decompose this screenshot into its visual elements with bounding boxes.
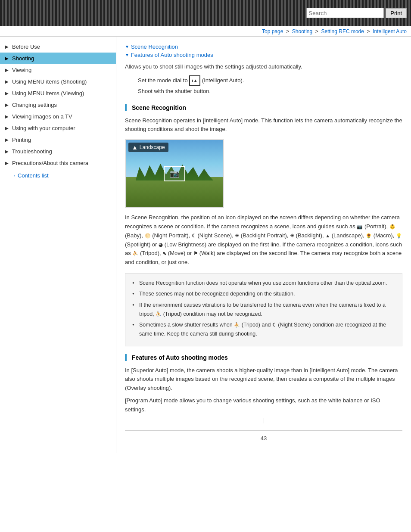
breadcrumb-top[interactable]: Top page (262, 28, 283, 34)
camera-icon: 📷 (170, 169, 179, 178)
walk-icon: ⚑ (193, 250, 198, 258)
sidebar-arrow-computer: ▶ (5, 126, 9, 131)
breadcrumb-shooting[interactable]: Shooting (292, 28, 312, 34)
move-icon: ⬉ (162, 250, 166, 258)
ground-layer (126, 177, 223, 207)
baby-icon: 👶 (389, 223, 395, 231)
search-area: Print (306, 8, 407, 18)
features-link[interactable]: Features of Auto shooting modes (125, 52, 402, 58)
sidebar-item-viewing[interactable]: ▶ Viewing (0, 64, 116, 76)
sidebar-item-label: Before Use (12, 44, 40, 50)
scene-recognition-link[interactable]: Scene Recognition (125, 44, 402, 50)
backlight-icon: ☀ (290, 232, 294, 240)
main-content: Scene Recognition Features of Auto shoot… (116, 37, 411, 453)
sidebar-item-menu-viewing[interactable]: ▶ Using MENU items (Viewing) (0, 87, 116, 99)
step1: Set the mode dial to i▲ (Intelligent Aut… (138, 75, 402, 87)
sidebar-arrow-viewing: ▶ (5, 68, 9, 72)
sidebar-viewing-tv-label: Viewing images on a TV (12, 113, 72, 120)
steps-block: Set the mode dial to i▲ (Intelligent Aut… (138, 75, 402, 96)
sidebar-arrow-menu-viewing: ▶ (5, 91, 9, 96)
sidebar-arrow-shooting: ▶ (5, 56, 9, 61)
sidebar-arrow-precautions: ▶ (5, 161, 9, 165)
sidebar-item-troubleshooting[interactable]: ▶ Troubleshooting (0, 146, 116, 157)
page-number: 43 (125, 430, 402, 446)
sidebar-item-shooting[interactable]: ▶ Shooting (0, 53, 116, 64)
sidebar-item-menu-shooting[interactable]: ▶ Using MENU items (Shooting) (0, 76, 116, 87)
search-input[interactable] (306, 8, 384, 18)
macro-icon: 🌻 (366, 232, 372, 240)
features-body1: In [Superior Auto] mode, the camera shoo… (125, 366, 402, 393)
step2: Shoot with the shutter button. (138, 86, 402, 96)
landscape-icon: ▲ (325, 232, 330, 240)
tripod-icon-note2: ⛹ (234, 321, 240, 329)
print-button[interactable]: Print (386, 8, 407, 18)
sidebar-item-precautions[interactable]: ▶ Precautions/About this camera (0, 157, 116, 169)
sidebar-menu-viewing-label: Using MENU items (Viewing) (12, 90, 84, 96)
sidebar-item-changing-settings[interactable]: ▶ Changing settings (0, 99, 116, 111)
tripod-icon: ⛹ (132, 250, 138, 258)
sidebar-shooting-label: Shooting (12, 55, 34, 62)
low-brightness-icon: ◕ (159, 241, 163, 249)
sidebar-arrow-changing: ▶ (5, 103, 9, 107)
scene-recognition-section: Scene Recognition (125, 104, 402, 111)
scene-recognition-title: Scene Recognition (132, 104, 402, 111)
scene-recognition-body1: Scene Recognition operates in [Intellige… (125, 116, 402, 134)
intro-text: Allows you to shoot still images with th… (125, 62, 402, 71)
header-bar: Print (0, 0, 411, 26)
sidebar-precautions-label: Precautions/About this camera (12, 160, 88, 166)
scene-recognition-body2: In Scene Recognition, the position of an… (125, 213, 402, 267)
night-scene-icon-note: ☾ (272, 321, 277, 329)
sidebar-arrow-menu-shooting: ▶ (5, 79, 9, 84)
sidebar-arrow-printing: ▶ (5, 137, 9, 142)
footer-nav-prev[interactable] (125, 418, 264, 423)
backlight-portrait-icon: ☀ (235, 232, 239, 240)
landscape-label-overlay: ▲ Landscape (128, 143, 168, 152)
footer-nav-next[interactable] (264, 418, 403, 423)
footer-nav (125, 418, 402, 423)
landscape-image: ▲ Landscape 📷 (125, 139, 224, 208)
sidebar-arrow: ▶ (5, 44, 9, 49)
note-2: These scenes may not be recognized depen… (132, 289, 395, 299)
sidebar: ▶ Before Use ▶ Shooting ▶ Viewing ▶ Usin… (0, 37, 116, 453)
sidebar-item-before-use[interactable]: ▶ Before Use (0, 41, 116, 53)
note-1: Scene Recognition function does not oper… (132, 279, 395, 288)
sidebar-item-viewing-tv[interactable]: ▶ Viewing images on a TV (0, 111, 116, 122)
sidebar-arrow-troubleshooting: ▶ (5, 149, 9, 154)
portrait-icon: 📷 (357, 223, 363, 231)
sidebar-item-using-computer[interactable]: ▶ Using with your computer (0, 122, 116, 134)
notes-box: Scene Recognition function does not oper… (125, 273, 402, 346)
sidebar-menu-shooting-label: Using MENU items (Shooting) (12, 78, 87, 85)
breadcrumb-intelligent-auto[interactable]: Intelligent Auto (373, 28, 407, 34)
note-4: Sometimes a slow shutter results when ⛹ … (132, 320, 395, 339)
sidebar-computer-label: Using with your computer (12, 125, 75, 131)
sidebar-item-printing[interactable]: ▶ Printing (0, 134, 116, 146)
spotlight-icon: 💡 (396, 232, 402, 240)
notes-list: Scene Recognition function does not oper… (132, 279, 395, 339)
features-section: Features of Auto shooting modes (125, 354, 402, 361)
landscape-image-container: ▲ Landscape 📷 (125, 139, 224, 208)
sidebar-changing-label: Changing settings (12, 102, 57, 108)
night-scene-icon: ☾ (192, 232, 196, 240)
mountain-icon: ▲ (132, 144, 138, 151)
contents-list-link[interactable]: Contents list (0, 169, 116, 182)
night-portrait-icon: 🌕 (145, 232, 151, 240)
tripod-icon-note: ⛹ (156, 310, 162, 318)
landscape-text: Landscape (140, 144, 165, 150)
note-3: If the environment causes vibrations to … (132, 301, 395, 319)
sidebar-arrow-tv: ▶ (5, 114, 9, 119)
sidebar-troubleshooting-label: Troubleshooting (12, 148, 52, 155)
sidebar-printing-label: Printing (12, 137, 31, 143)
breadcrumb-setting-rec[interactable]: Setting REC mode (321, 28, 364, 34)
features-body2: [Program Auto] mode allows you to change… (125, 396, 402, 414)
breadcrumb: Top page > Shooting > Setting REC mode >… (0, 26, 411, 37)
sidebar-viewing-label: Viewing (12, 67, 31, 73)
main-layout: ▶ Before Use ▶ Shooting ▶ Viewing ▶ Usin… (0, 37, 411, 453)
features-section-title: Features of Auto shooting modes (132, 354, 402, 361)
